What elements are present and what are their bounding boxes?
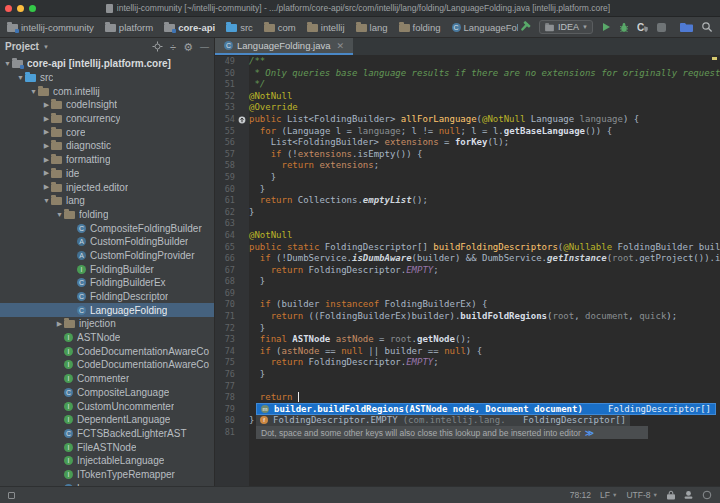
caret-position-widget[interactable]: 78:12 [570,490,591,500]
code-line[interactable]: 60 } [215,184,720,196]
tree-item[interactable]: ICustomUncommenter [0,399,214,413]
completion-hint-more-link[interactable]: ≫ [585,428,594,438]
code-line[interactable]: 57 if (!extensions.isEmpty()) { [215,149,720,161]
expand-arrow-icon[interactable]: ▶ [42,101,51,109]
tree-item[interactable]: IDependentLanguage [0,413,214,427]
breadcrumb-item-folding[interactable]: folding [399,22,441,33]
tree-item[interactable]: CFoldingBuilderEx [0,276,214,290]
tree-item[interactable]: ▶injection [0,317,214,331]
breadcrumb-item-src[interactable]: src [226,22,253,33]
tree-item[interactable]: IITokenTypeRemapper [0,468,214,482]
tree-item[interactable]: ▶diagnostic [0,139,214,153]
encoding-widget[interactable]: UTF-8▼ [626,490,658,500]
code-line[interactable]: 55 for (Language l = language; l != null… [215,126,720,138]
tree-item[interactable]: IFileASTNode [0,440,214,454]
code-line[interactable]: 70 if (builder instanceof FoldingBuilder… [215,299,720,311]
tree-item[interactable]: ▼lang [0,194,214,208]
code-editor[interactable]: 49/**50 * Only queries base language res… [215,56,720,486]
code-line[interactable]: 52@NotNull [215,91,720,103]
breadcrumb-item-platform[interactable]: platform [105,22,153,33]
code-line[interactable]: 72 } [215,323,720,335]
code-line[interactable]: 71 return ((FoldingBuilderEx)builder).bu… [215,311,720,323]
breadcrumb-item-com[interactable]: com [264,22,296,33]
tree-item[interactable]: IInjectableLanguage [0,454,214,468]
breadcrumb-item-LanguageFolding[interactable]: CLanguageFolding [452,22,519,33]
tree-item[interactable]: ICodeDocumentationAwareCo [0,344,214,358]
expand-arrow-icon[interactable]: ▼ [42,197,51,204]
tree-item[interactable]: ICommenter [0,372,214,386]
tool-window-folder-icon[interactable] [680,22,693,32]
breadcrumb-item-intellij-community[interactable]: intellij-community [7,22,94,33]
expand-arrow-icon[interactable]: ▶ [55,320,64,328]
tree-item[interactable]: ▶formatting [0,153,214,167]
background-task-indicator[interactable] [702,490,712,500]
editor-tab[interactable]: C LanguageFolding.java ✕ [215,38,353,55]
tree-item[interactable]: IFoldingBuilder [0,262,214,276]
code-line[interactable]: 75 return FoldingDescriptor.EMPTY; [215,357,720,369]
debug-button[interactable] [619,22,629,33]
code-line[interactable]: 66 if (!DumbService.isDumbAware(builder)… [215,253,720,265]
code-line[interactable]: 58 return extensions; [215,160,720,172]
highlighting-level-icon[interactable] [684,490,693,500]
code-line[interactable]: 65public static FoldingDescriptor[] buil… [215,242,720,254]
expand-arrow-icon[interactable]: ▶ [42,156,51,164]
expand-arrow-icon[interactable]: ▶ [42,115,51,123]
breadcrumb-item-lang[interactable]: lang [356,22,388,33]
code-line[interactable]: 59 } [215,172,720,184]
locate-file-button[interactable] [152,41,163,52]
completion-item[interactable]: mbuilder.buildFoldRegions(ASTNode node, … [256,403,716,415]
code-line[interactable]: 68 } [215,276,720,288]
zoom-window-button[interactable] [29,5,36,12]
completion-item[interactable]: fFoldingDescriptor.EMPTY(com.intellij.la… [256,415,630,427]
project-panel-title[interactable]: Project [5,41,39,52]
code-line[interactable]: 61 return Collections.emptyList(); [215,195,720,207]
code-line[interactable]: 49/** [215,56,720,68]
code-line[interactable]: 62} [215,207,720,219]
tree-item[interactable]: CLanguage [0,481,214,486]
expand-arrow-icon[interactable]: ▶ [42,142,51,150]
code-line[interactable]: 64@NotNull [215,230,720,242]
expand-arrow-icon[interactable]: ▼ [55,211,64,218]
code-line[interactable]: 76 } [215,369,720,381]
tree-item[interactable]: ▼src [0,71,214,85]
tree-item[interactable]: ▼folding [0,208,214,222]
tree-item[interactable]: ICodeDocumentationAwareCo [0,358,214,372]
code-line[interactable]: 74 if (astNode == null || builder == nul… [215,346,720,358]
chevron-down-icon[interactable]: ▼ [43,44,49,50]
coverage-button[interactable]: C [637,22,649,33]
tree-item[interactable]: ▼com.intellij [0,84,214,98]
tree-item[interactable]: ▼core-api [intellij.platform.core] [0,57,214,71]
tree-item[interactable]: ACustomFoldingBuilder [0,235,214,249]
expand-arrow-icon[interactable]: ▶ [42,128,51,136]
hide-panel-button[interactable]: — [200,42,209,52]
run-button[interactable] [601,22,611,32]
readonly-lock-icon[interactable] [667,490,675,500]
search-everywhere-button[interactable] [701,21,713,33]
tree-item[interactable]: CCompositeLanguage [0,386,214,400]
code-line[interactable]: 54public List<FoldingBuilder> allForLang… [215,114,720,126]
expand-arrow-icon[interactable]: ▼ [3,60,12,67]
expand-arrow-icon[interactable]: ▼ [29,88,38,95]
stop-button[interactable] [657,23,666,32]
tree-item[interactable]: ▶codeInsight [0,98,214,112]
breadcrumb-item-core-api[interactable]: core-api [164,22,215,33]
code-line[interactable]: 56 List<FoldingBuilder> extensions = for… [215,137,720,149]
warning-stripe-mark[interactable] [712,57,717,60]
tree-item[interactable]: CFoldingDescriptor [0,290,214,304]
code-line[interactable]: 53@Override [215,102,720,114]
tree-item[interactable]: CLanguageFolding [0,303,214,317]
expand-arrow-icon[interactable]: ▶ [42,169,51,177]
close-window-button[interactable] [5,5,12,12]
tree-item[interactable]: CFCTSBackedLighterAST [0,427,214,441]
line-separator-widget[interactable]: LF▼ [600,490,617,500]
build-hammer-icon[interactable] [518,21,531,34]
code-line[interactable]: 51 */ [215,79,720,91]
breadcrumb-item-intellij[interactable]: intellij [307,22,345,33]
close-icon[interactable]: ✕ [337,41,345,51]
code-line[interactable]: 50 * Only queries base language results … [215,68,720,80]
expand-arrow-icon[interactable]: ▶ [42,183,51,191]
tree-item[interactable]: ▶core [0,125,214,139]
settings-gear-icon[interactable]: ⚙ [183,42,193,52]
run-configuration-select[interactable]: IDEA ▼ [539,20,593,34]
code-line[interactable]: 73 final ASTNode astNode = root.getNode(… [215,334,720,346]
